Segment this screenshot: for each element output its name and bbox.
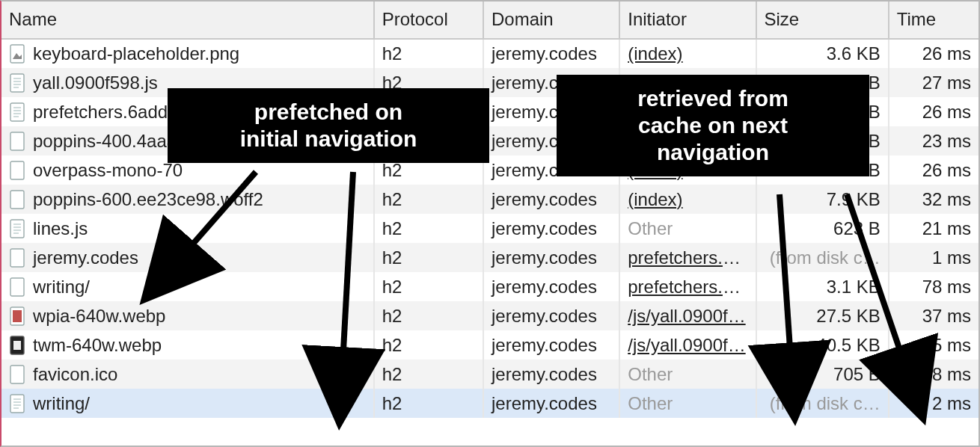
cell-domain: jeremy.codes [483, 389, 619, 418]
cell-protocol: h2 [374, 185, 483, 214]
cell-protocol: h2 [374, 389, 483, 418]
cell-protocol: h2 [374, 330, 483, 360]
cell-size: 3.6 KB [756, 39, 889, 68]
cell-time: 32 ms [889, 185, 979, 214]
cell-domain: jeremy.codes [483, 272, 619, 301]
table-row[interactable]: jeremy.codesh2jeremy.codesprefetchers.6…… [1, 243, 979, 272]
cell-initiator: Other [619, 389, 756, 418]
cell-time: 26 ms [889, 155, 979, 185]
cell-domain: jeremy.codes [483, 360, 619, 389]
cell-protocol: h2 [374, 39, 483, 68]
file-type-icon [9, 190, 25, 209]
svg-rect-1 [10, 74, 24, 92]
col-header-size[interactable]: Size [756, 1, 889, 39]
cell-time: 26 ms [889, 97, 979, 126]
cell-initiator: Other [619, 360, 756, 389]
file-type-icon [9, 277, 25, 297]
cell-time: 45 ms [889, 330, 979, 360]
svg-rect-24 [13, 341, 21, 350]
file-name: overpass-mono-70 [33, 160, 183, 181]
file-name: favicon.ico [33, 364, 117, 385]
table-row[interactable]: poppins-600.ee23ce98.woff2h2jeremy.codes… [1, 185, 979, 214]
col-header-protocol[interactable]: Protocol [374, 1, 483, 39]
cell-initiator[interactable]: (index) [619, 185, 756, 214]
annotation-cache: retrieved fromcache on nextnavigation [557, 75, 869, 176]
file-type-icon [9, 365, 25, 384]
cell-size: (from disk c… [756, 243, 889, 272]
svg-rect-12 [10, 161, 24, 179]
cell-initiator[interactable]: /js/yall.0900f… [619, 330, 756, 360]
col-header-domain[interactable]: Domain [483, 1, 619, 39]
network-panel: Name Protocol Domain Initiator Size Time… [0, 0, 980, 447]
cell-time: 21 ms [889, 214, 979, 243]
cell-size: 27.5 KB [756, 301, 889, 330]
file-name: yall.0900f598.js [33, 73, 158, 93]
cell-domain: jeremy.codes [483, 301, 619, 330]
annotation-prefetched: prefetched oninitial navigation [168, 88, 489, 163]
cell-time: 78 ms [889, 272, 979, 301]
table-row[interactable]: writing/h2jeremy.codesprefetchers.6…3.1 … [1, 272, 979, 301]
table-row[interactable]: twm-640w.webph2jeremy.codes/js/yall.0900… [1, 330, 979, 360]
cell-time: 8 ms [889, 360, 979, 389]
file-name: twm-640w.webp [33, 335, 162, 356]
cell-initiator[interactable]: prefetchers.6… [619, 272, 756, 301]
cell-name: lines.js [1, 214, 374, 243]
cell-initiator[interactable]: /js/yall.0900f… [619, 301, 756, 330]
cell-size: 623 B [756, 214, 889, 243]
svg-rect-6 [10, 103, 24, 121]
table-row[interactable]: keyboard-placeholder.pngh2jeremy.codes(i… [1, 39, 979, 68]
cell-name: wpia-640w.webp [1, 301, 374, 330]
file-name: prefetchers.6adda [33, 102, 177, 123]
file-type-icon [9, 394, 25, 413]
cell-name: writing/ [1, 389, 374, 418]
cell-size: 705 B [756, 360, 889, 389]
col-header-initiator[interactable]: Initiator [619, 1, 756, 39]
cell-name: poppins-600.ee23ce98.woff2 [1, 185, 374, 214]
cell-protocol: h2 [374, 360, 483, 389]
table-row[interactable]: writing/h2jeremy.codesOther(from disk c…… [1, 389, 979, 418]
file-type-icon [9, 306, 25, 326]
cell-name: twm-640w.webp [1, 330, 374, 360]
cell-initiator[interactable]: prefetchers.6… [619, 243, 756, 272]
file-type-icon [9, 248, 25, 268]
file-type-icon [9, 336, 25, 355]
cell-initiator[interactable]: (index) [619, 39, 756, 68]
cell-protocol: h2 [374, 243, 483, 272]
cell-time: 23 ms [889, 126, 979, 155]
svg-rect-26 [10, 395, 24, 413]
cell-domain: jeremy.codes [483, 39, 619, 68]
table-row[interactable]: wpia-640w.webph2jeremy.codes/js/yall.090… [1, 301, 979, 330]
file-type-icon [9, 161, 25, 180]
file-name: wpia-640w.webp [33, 306, 165, 327]
cell-domain: jeremy.codes [483, 330, 619, 360]
cell-domain: jeremy.codes [483, 214, 619, 243]
file-name: keyboard-placeholder.png [33, 43, 239, 64]
col-header-time[interactable]: Time [889, 1, 979, 39]
file-name: poppins-600.ee23ce98.woff2 [33, 189, 263, 210]
cell-time: 37 ms [889, 301, 979, 330]
file-name: writing/ [33, 277, 90, 298]
cell-time: 26 ms [889, 39, 979, 68]
cell-time: 27 ms [889, 68, 979, 97]
cell-domain: jeremy.codes [483, 243, 619, 272]
svg-rect-19 [10, 249, 24, 267]
table-header-row: Name Protocol Domain Initiator Size Time [1, 1, 979, 39]
file-type-icon [9, 219, 25, 238]
file-name: writing/ [33, 393, 90, 414]
cell-name: jeremy.codes [1, 243, 374, 272]
cell-name: writing/ [1, 272, 374, 301]
col-header-name[interactable]: Name [1, 1, 374, 39]
network-table: Name Protocol Domain Initiator Size Time… [1, 1, 979, 418]
cell-size: 3.1 KB [756, 272, 889, 301]
file-name: lines.js [33, 218, 88, 239]
file-type-icon [9, 132, 25, 151]
table-row[interactable]: lines.jsh2jeremy.codesOther623 B21 ms [1, 214, 979, 243]
cell-name: keyboard-placeholder.png [1, 39, 374, 68]
cell-domain: jeremy.codes [483, 185, 619, 214]
cell-size: 40.5 KB [756, 330, 889, 360]
file-type-icon [9, 44, 25, 64]
cell-protocol: h2 [374, 272, 483, 301]
svg-rect-20 [10, 278, 24, 296]
file-name: jeremy.codes [33, 247, 138, 268]
table-row[interactable]: favicon.icoh2jeremy.codesOther705 B8 ms [1, 360, 979, 389]
